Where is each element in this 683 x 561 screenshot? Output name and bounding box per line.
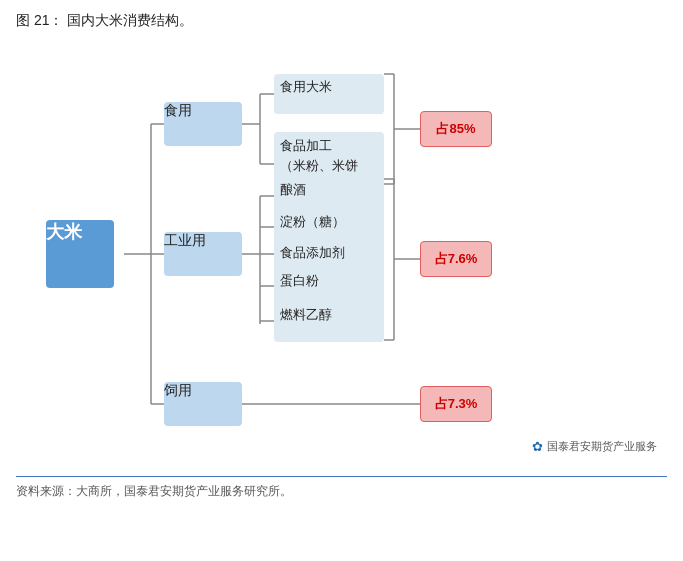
mid-label-industry: 工业用 xyxy=(164,232,242,276)
root-node: 大米 xyxy=(36,220,124,288)
footer-source: 资料来源：大商所，国泰君安期货产业服务研究所。 xyxy=(16,483,292,500)
mid-label-food: 食用 xyxy=(164,102,242,146)
mid-node-food: 食用 xyxy=(164,102,242,146)
root-label: 大米 xyxy=(46,220,114,288)
page-wrapper: 图 21： 国内大米消费结构。 xyxy=(0,0,683,561)
chart-title: 图 21： 国内大米消费结构。 xyxy=(16,12,667,30)
percent-label-industry: 占7.6% xyxy=(420,241,492,277)
percent-feed: 占7.3% xyxy=(420,386,492,422)
logo-area: ✿ 国泰君安期货产业服务 xyxy=(532,439,657,454)
leaf-label-food-rice: 食用大米 xyxy=(274,74,384,114)
percent-label-food: 占85% xyxy=(420,111,492,147)
leaf-food-rice: 食用大米 xyxy=(274,74,384,114)
percent-food: 占85% xyxy=(420,111,492,147)
footer: 资料来源：大商所，国泰君安期货产业服务研究所。 xyxy=(16,476,667,500)
mid-node-feed: 饲用 xyxy=(164,382,242,426)
logo-text: 国泰君安期货产业服务 xyxy=(547,439,657,454)
mid-node-industry: 工业用 xyxy=(164,232,242,276)
leaf-industry-fuel: 燃料乙醇 xyxy=(274,302,384,342)
percent-industry: 占7.6% xyxy=(420,241,492,277)
percent-label-feed: 占7.3% xyxy=(420,386,492,422)
leaf-label-fuel: 燃料乙醇 xyxy=(274,302,384,342)
mid-label-feed: 饲用 xyxy=(164,382,242,426)
